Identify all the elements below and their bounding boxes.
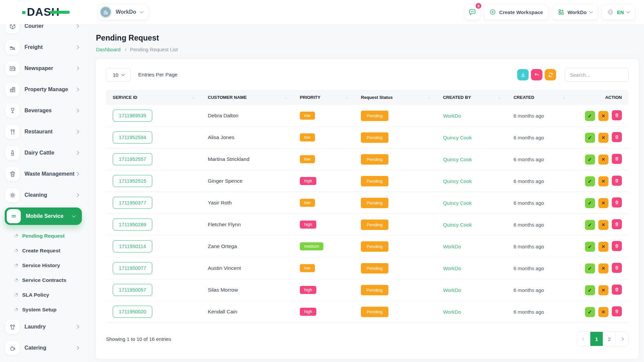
reject-button[interactable]: × [598,133,608,143]
approve-button[interactable]: ✓ [585,220,595,230]
undo-icon [534,72,540,78]
create-workspace-button[interactable]: Create Workspace [484,4,549,20]
sort-icon[interactable]: ↑↓ [427,96,430,100]
sidebar-item-catering[interactable]: Catering [0,339,87,357]
delete-button[interactable] [612,110,622,120]
approve-button[interactable]: ✓ [585,263,595,274]
export-button[interactable] [517,69,529,80]
reject-button[interactable]: × [598,111,608,121]
workspace-selector[interactable]: WorkDo [97,4,149,20]
service-id-button[interactable]: 1711952557 [113,153,152,165]
service-id-button[interactable]: 1711950114 [113,240,152,252]
delete-button[interactable] [612,306,622,316]
column-header-priority[interactable]: PRIORITY ↑↓ [293,90,354,105]
sun-icon [9,192,16,199]
reject-button[interactable]: × [598,198,608,208]
breadcrumb-dashboard-link[interactable]: Dashboard [96,47,120,52]
sidebar-item-property-manage[interactable]: Property Manage [0,81,87,98]
approve-button[interactable]: ✓ [585,155,595,165]
sort-icon[interactable]: ↑↓ [498,96,500,100]
reject-button[interactable]: × [598,155,608,165]
sidebar-item-laundry[interactable]: Laundry [0,318,87,336]
created-cell: 6 months ago [507,148,572,170]
delete-button[interactable] [612,197,622,207]
pagination-page-2[interactable]: 2 [603,332,615,346]
sidebar-item-restaurant[interactable]: Restaurant [0,123,87,140]
reject-button[interactable]: × [598,263,608,274]
sort-icon[interactable]: ↑↓ [192,96,195,100]
approve-button[interactable]: ✓ [585,133,595,143]
workdo-menu-button[interactable]: WorkDo [552,4,598,20]
delete-button[interactable] [612,219,622,229]
entries-per-page-select[interactable]: 10 [106,68,131,81]
approve-button[interactable]: ✓ [585,198,595,208]
service-id-button[interactable]: 1711969535 [113,110,152,122]
sidebar-subitem-pending-request[interactable]: Pending Request [0,230,87,242]
column-header-request-status[interactable]: Request Status ↑↓ [354,90,436,105]
service-id-button[interactable]: 1711952594 [113,131,152,143]
approve-button[interactable]: ✓ [585,176,595,186]
sidebar-item-rental[interactable]: Rental [0,360,87,362]
service-id-button[interactable]: 1711950057 [113,284,152,296]
logo-dot-accent [22,11,25,14]
sidebar-item-courier[interactable]: Courier [0,24,87,35]
approve-button[interactable]: ✓ [585,242,595,252]
reject-button[interactable]: × [598,242,608,252]
sidebar-item-cleaning[interactable]: Cleaning [0,186,87,204]
column-header-customer-name[interactable]: CUSTOMER NAME ↑↓ [201,90,293,105]
created-by-cell: WorkDo [436,279,507,301]
pagination-page-1[interactable]: 1 [590,332,603,346]
sidebar-item-freight[interactable]: Freight [0,39,87,56]
sidebar-item-mobile-service[interactable]: Mobile Service [5,207,82,225]
reject-button[interactable]: × [598,176,608,186]
column-header-created[interactable]: CREATED ↑↓ [507,90,572,105]
language-selector[interactable]: EN [601,4,635,20]
sidebar-item-newspaper[interactable]: Newspaper [0,60,87,77]
plus-circle-icon [489,9,496,15]
approve-button[interactable]: ✓ [585,285,595,295]
request-status-badge: Pending [361,132,388,143]
service-id-button[interactable]: 1711950377 [113,197,152,209]
reject-button[interactable]: × [598,220,608,230]
pagination-previous-button[interactable] [577,332,590,346]
delete-button[interactable] [612,132,622,142]
service-id-button[interactable]: 1711950020 [113,306,152,318]
reject-button[interactable]: × [598,307,608,317]
sidebar-item-dairy-cattle[interactable]: Dairy Cattle [0,144,87,162]
delete-button[interactable] [612,285,622,295]
delete-button[interactable] [612,263,622,273]
language-code: EN [617,9,624,15]
sidebar-item-beverages[interactable]: Beverages [0,102,87,119]
sidebar-subitem-create-request[interactable]: Create Request [0,244,87,257]
sidebar-subitem-system-setup[interactable]: System Setup [0,303,87,316]
sidebar-subitem-service-history[interactable]: Service History [0,259,87,272]
approve-button[interactable]: ✓ [585,111,595,121]
service-id-button[interactable]: 1711952515 [113,175,152,187]
delete-button[interactable] [612,154,622,164]
bullet-ring-icon [14,278,18,283]
service-id-button[interactable]: 1711950289 [113,219,152,231]
pagination-next-button[interactable] [615,332,628,346]
sidebar-subitem-sla-policy[interactable]: SLA Policy [0,289,87,301]
refresh-button[interactable] [545,69,556,80]
reset-button[interactable] [531,69,542,80]
sidebar-item-waste-management[interactable]: Waste Management [0,165,87,183]
created-by-cell: Quincy Cook [436,148,507,170]
sort-icon[interactable]: ↑↓ [284,96,286,100]
request-status-badge: Pending [361,263,388,274]
chevron-right-icon [75,109,79,112]
reject-button[interactable]: × [598,285,608,295]
delete-button[interactable] [612,176,622,186]
sort-icon[interactable]: ↑↓ [563,96,565,100]
cutlery-icon [9,128,16,135]
sidebar-subitem-service-contracts[interactable]: Service Contracts [0,274,87,287]
approve-button[interactable]: ✓ [585,307,595,317]
messages-button[interactable]: 0 [464,4,480,20]
column-header-service-id[interactable]: SERVICE ID ↑↓ [106,90,201,105]
created-by-cell: Quincy Cook [436,192,507,214]
search-input[interactable] [565,68,629,82]
service-id-button[interactable]: 1711950077 [113,262,152,274]
sort-icon[interactable]: ↑↓ [345,96,348,100]
column-header-created-by[interactable]: CREATED BY ↑↓ [436,90,507,105]
delete-button[interactable] [612,241,622,251]
